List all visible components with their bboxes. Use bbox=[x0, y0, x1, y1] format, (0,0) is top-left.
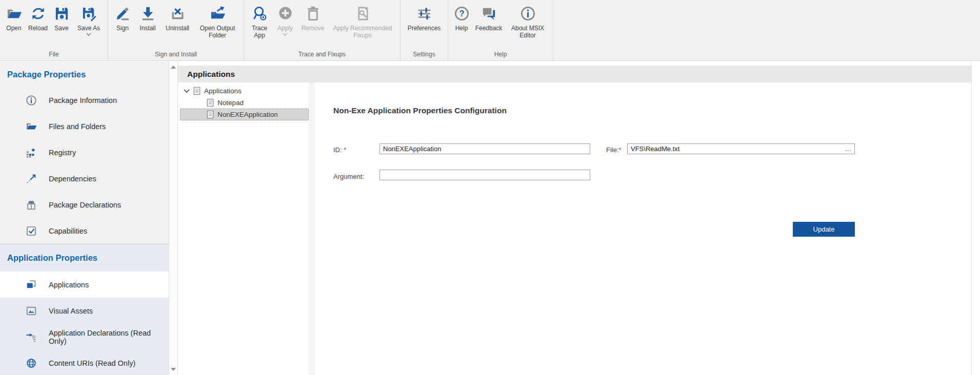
panel-splitter[interactable] bbox=[309, 82, 315, 375]
main-content: Applications Applications Notepad bbox=[178, 61, 971, 375]
ribbon-group-settings-buttons: Preferences bbox=[403, 0, 445, 50]
sidebar-item-package-information[interactable]: Package Information bbox=[0, 87, 169, 113]
non-exe-application-form: Non-Exe Application Properties Configura… bbox=[315, 82, 971, 375]
info-circle-icon bbox=[26, 95, 37, 106]
open-output-folder-button-label: Open Output Folder bbox=[194, 25, 241, 39]
sidebar-item-content-uris[interactable]: Content URIs (Read Only) bbox=[0, 350, 169, 375]
sidebar-item-label: Files and Folders bbox=[49, 122, 106, 131]
open-folder-icon bbox=[6, 4, 22, 23]
checkbox-check-icon bbox=[26, 225, 37, 237]
open-output-folder-button[interactable]: Open Output Folder bbox=[194, 3, 241, 40]
navigation-sidebar: Package Properties Package Information F… bbox=[0, 61, 169, 375]
update-button[interactable]: Update bbox=[793, 222, 855, 237]
ribbon-group-label-help: Help bbox=[451, 50, 550, 60]
arrow-into-list-icon bbox=[26, 331, 37, 343]
ribbon-group-label-trace-and-fixups: Trace and Fixups bbox=[247, 50, 397, 60]
ribbon-group-help-buttons: ? Help Feedback About MSIX Editor bbox=[451, 0, 550, 50]
feedback-button[interactable]: Feedback bbox=[472, 3, 505, 33]
save-as-button[interactable]: Save As bbox=[72, 3, 105, 37]
dependencies-arrow-icon bbox=[26, 173, 37, 184]
main-scrollbar[interactable] bbox=[971, 61, 980, 375]
scroll-up-arrow-icon[interactable] bbox=[171, 66, 176, 69]
trace-app-icon bbox=[252, 4, 268, 23]
sidebar-item-registry[interactable]: Registry bbox=[0, 139, 169, 165]
gift-box-icon bbox=[26, 199, 37, 211]
file-input[interactable] bbox=[628, 144, 843, 154]
ribbon-group-file: Open Reload Save bbox=[0, 0, 108, 60]
remove-button[interactable]: Remove bbox=[298, 3, 328, 33]
svg-text:?: ? bbox=[459, 9, 464, 18]
sidebar-scrollbar[interactable] bbox=[169, 61, 178, 375]
apply-recommended-fixups-button[interactable]: Apply Recommended Fixups bbox=[328, 3, 397, 40]
chevron-down-icon[interactable] bbox=[184, 89, 190, 93]
tree-root-applications[interactable]: Applications bbox=[178, 85, 309, 97]
uninstall-button[interactable]: Uninstall bbox=[161, 3, 194, 33]
argument-input[interactable] bbox=[379, 170, 590, 180]
ribbon-group-trace-and-fixups: Trace App Apply Remove bbox=[244, 0, 401, 60]
page-title: Applications bbox=[187, 70, 235, 79]
document-icon bbox=[207, 98, 214, 107]
tree-item-label: NonEXEApplication bbox=[217, 111, 278, 118]
id-label: ID: * bbox=[333, 146, 346, 154]
id-input[interactable] bbox=[379, 143, 590, 154]
remove-trash-icon bbox=[305, 4, 321, 23]
sidebar-item-applications[interactable]: Applications bbox=[0, 272, 169, 298]
open-output-folder-icon bbox=[210, 4, 226, 23]
apply-button[interactable]: Apply bbox=[272, 3, 298, 37]
scroll-down-arrow-icon[interactable] bbox=[171, 368, 176, 371]
reload-button[interactable]: Reload bbox=[25, 3, 51, 33]
save-button[interactable]: Save bbox=[51, 3, 72, 33]
tree-item-label: Applications bbox=[204, 87, 242, 95]
ribbon-group-file-buttons: Open Reload Save bbox=[3, 0, 105, 50]
sidebar-item-files-and-folders[interactable]: Files and Folders bbox=[0, 113, 169, 139]
ribbon-group-trace-buttons: Trace App Apply Remove bbox=[247, 0, 397, 50]
help-button-label: Help bbox=[455, 25, 468, 32]
ribbon-toolbar: Open Reload Save bbox=[0, 0, 980, 61]
tree-item-nonexeapplication[interactable]: NonEXEApplication bbox=[180, 109, 309, 120]
trace-app-button-label: Trace App bbox=[247, 25, 272, 39]
sidebar-item-label: Applications bbox=[49, 281, 89, 289]
open-button-label: Open bbox=[6, 25, 21, 32]
sidebar-section-title-package-properties: Package Properties bbox=[0, 61, 169, 87]
page-title-bar: Applications bbox=[178, 66, 971, 82]
sidebar-item-capabilities[interactable]: Capabilities bbox=[0, 218, 169, 244]
tree-item-notepad[interactable]: Notepad bbox=[178, 97, 309, 109]
apply-plus-icon bbox=[277, 4, 293, 23]
remove-button-label: Remove bbox=[302, 25, 325, 32]
argument-label: Argument: bbox=[333, 173, 364, 180]
trace-app-button[interactable]: Trace App bbox=[247, 3, 272, 40]
preferences-button-label: Preferences bbox=[408, 25, 441, 32]
sidebar-item-visual-assets[interactable]: Visual Assets bbox=[0, 298, 169, 324]
chevron-down-icon bbox=[283, 33, 288, 36]
open-button[interactable]: Open bbox=[3, 3, 25, 33]
uninstall-button-label: Uninstall bbox=[166, 25, 189, 32]
applications-tree: Applications Notepad NonEXEApplication bbox=[178, 82, 309, 120]
ribbon-group-settings: Preferences Settings bbox=[401, 0, 448, 60]
sidebar-item-dependencies[interactable]: Dependencies bbox=[0, 165, 169, 192]
preferences-button[interactable]: Preferences bbox=[403, 3, 445, 33]
sidebar-item-application-declarations[interactable]: Application Declarations (Read Only) bbox=[0, 324, 169, 350]
reload-button-label: Reload bbox=[28, 25, 48, 32]
sidebar-item-package-declarations[interactable]: Package Declarations bbox=[0, 192, 169, 218]
about-msix-editor-button[interactable]: About MSIX Editor bbox=[505, 3, 550, 40]
browse-button[interactable]: ... bbox=[845, 144, 852, 154]
install-button[interactable]: Install bbox=[134, 3, 161, 33]
sidebar-item-label: Content URIs (Read Only) bbox=[49, 359, 135, 367]
visual-assets-image-icon bbox=[26, 305, 37, 317]
sidebar-item-label: Package Information bbox=[49, 96, 117, 105]
tree-item-label: Notepad bbox=[217, 99, 244, 107]
form-heading: Non-Exe Application Properties Configura… bbox=[333, 106, 507, 115]
required-asterisk: * bbox=[342, 146, 347, 154]
sign-pencil-icon bbox=[115, 4, 131, 23]
help-button[interactable]: ? Help bbox=[451, 3, 472, 33]
ribbon-group-label-sign-and-install: Sign and Install bbox=[111, 50, 241, 60]
sign-button[interactable]: Sign bbox=[111, 3, 134, 33]
feedback-bubble-icon bbox=[481, 4, 497, 23]
msix-editor-window: Open Reload Save bbox=[0, 0, 980, 375]
registry-icon bbox=[26, 147, 37, 158]
reload-icon bbox=[30, 4, 46, 23]
about-info-icon bbox=[520, 4, 536, 23]
sidebar-item-label: Dependencies bbox=[49, 175, 96, 183]
sidebar-item-label: Capabilities bbox=[49, 227, 87, 235]
save-as-button-label: Save As bbox=[77, 25, 100, 32]
